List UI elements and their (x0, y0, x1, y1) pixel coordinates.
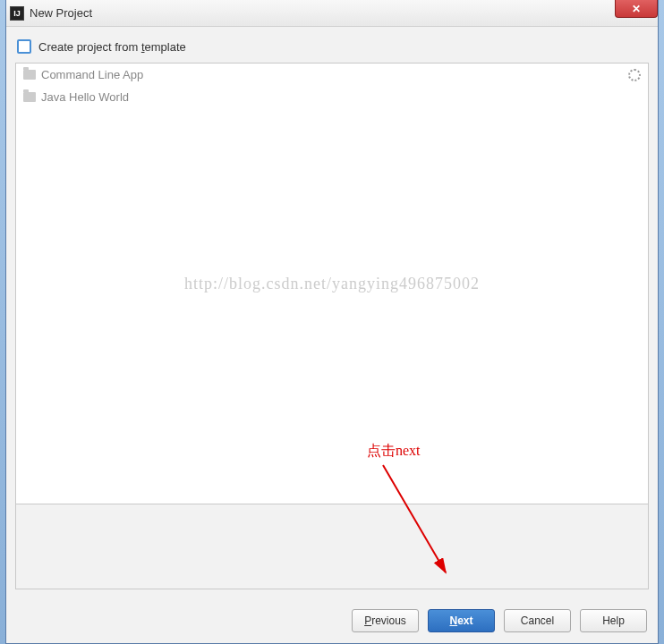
content-area: Create project from template Command Lin… (6, 27, 658, 598)
list-item[interactable]: Command Line App (16, 64, 648, 86)
btn-label: revious (371, 614, 406, 627)
cancel-button[interactable]: Cancel (504, 609, 571, 632)
window-title: New Project (30, 6, 92, 20)
template-item-label: Java Hello World (41, 90, 129, 104)
dialog-footer: Previous Next Cancel Help (6, 598, 658, 643)
folder-icon (23, 70, 36, 80)
template-checkbox-row: Create project from template (15, 36, 649, 63)
dialog-window: IJ New Project ✕ Create project from tem… (5, 0, 659, 644)
loading-spinner-icon (628, 69, 641, 81)
folder-icon (23, 92, 36, 102)
close-button[interactable]: ✕ (615, 0, 658, 18)
create-from-template-checkbox[interactable] (17, 39, 31, 54)
template-item-label: Command Line App (41, 68, 143, 81)
create-from-template-label[interactable]: Create project from template (38, 40, 186, 54)
next-button[interactable]: Next (428, 609, 495, 632)
template-description-pane (15, 504, 649, 589)
watermark-text: http://blog.csdn.net/yangying496875002 (184, 275, 480, 293)
btn-label: ext (457, 614, 472, 627)
template-list[interactable]: Command Line App Java Hello World http:/… (15, 63, 649, 504)
help-button[interactable]: Help (580, 609, 647, 632)
close-icon: ✕ (632, 3, 641, 15)
list-item[interactable]: Java Hello World (16, 86, 648, 108)
titlebar: IJ New Project ✕ (6, 0, 658, 27)
intellij-app-icon: IJ (10, 6, 24, 21)
previous-button[interactable]: Previous (352, 609, 419, 632)
